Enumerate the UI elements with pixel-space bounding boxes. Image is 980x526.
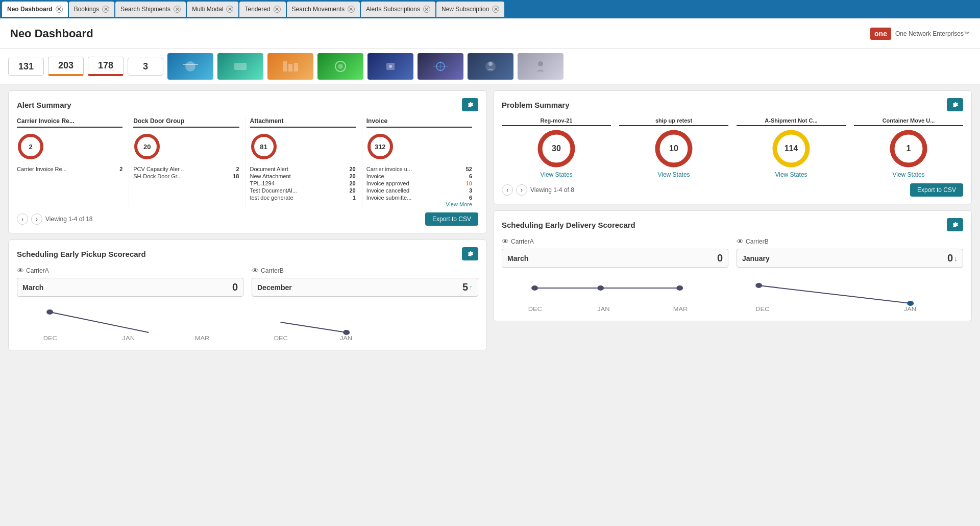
view-states-link-3[interactable]: View States: [775, 171, 807, 178]
item-count: 10: [466, 180, 472, 186]
problem-col-title-4: Container Move U...: [854, 117, 963, 126]
close-icon[interactable]: ✕: [102, 6, 109, 13]
thumbnail-6[interactable]: [418, 53, 463, 80]
svg-text:MAR: MAR: [673, 306, 688, 312]
svg-line-24: [50, 312, 149, 332]
list-item: Invoice submitte... 6: [366, 194, 472, 201]
item-label: TPL-1294: [250, 180, 275, 186]
dock-donut-row: 20: [133, 133, 239, 160]
prev-page-button[interactable]: ‹: [17, 213, 28, 225]
svg-rect-1: [183, 64, 198, 65]
tab-multi-modal[interactable]: Multi Modal ✕: [187, 2, 238, 17]
problem-value-4: 1: [906, 144, 911, 153]
thumbnail-4[interactable]: [317, 53, 363, 80]
item-label: SH-Dock Door Gr...: [133, 173, 182, 179]
item-label: test doc generate: [250, 195, 293, 201]
next-page-button[interactable]: ›: [516, 184, 527, 196]
item-count: 6: [469, 173, 472, 179]
right-column: Problem Summary Reg-mov-21 30: [493, 90, 972, 350]
item-label: Carrier Invoice Re...: [17, 166, 67, 172]
alert-summary-card: Alert Summary Carrier Invoice Re...: [8, 90, 487, 233]
carrier-a-name: CarrierA: [26, 267, 49, 274]
stat-box-131[interactable]: 131: [8, 58, 44, 76]
alert-col-title-invoice: Invoice: [366, 117, 472, 128]
problem-summary-card: Problem Summary Reg-mov-21 30: [493, 90, 972, 204]
item-label: New Attachment: [250, 173, 291, 179]
tab-alerts-subscriptions[interactable]: Alerts Subscriptions ✕: [361, 2, 435, 17]
viewing-text: Viewing 1-4 of 8: [530, 186, 574, 194]
item-label: Test DocumentAl...: [250, 187, 297, 194]
svg-text:JAN: JAN: [904, 306, 916, 312]
list-item: SH-Dock Door Gr... 18: [133, 173, 239, 180]
pickup-settings-button[interactable]: [462, 247, 478, 260]
alert-settings-button[interactable]: [462, 98, 478, 111]
item-label: Invoice approved: [366, 180, 409, 186]
svg-point-25: [46, 309, 53, 315]
thumbnail-1[interactable]: [167, 53, 213, 80]
close-icon[interactable]: ✕: [492, 6, 499, 13]
thumbnail-7[interactable]: [468, 53, 513, 80]
left-column: Alert Summary Carrier Invoice Re...: [8, 90, 487, 350]
svg-rect-2: [234, 63, 247, 70]
carrier-b-name: CarrierB: [261, 267, 284, 274]
view-more-link[interactable]: View More: [366, 201, 472, 207]
close-icon[interactable]: ✕: [226, 6, 233, 13]
close-icon[interactable]: ✕: [56, 6, 63, 13]
pickup-scorecard-title: Scheduling Early Pickup Scorecard: [17, 250, 146, 258]
thumbnail-3[interactable]: [267, 53, 313, 80]
delivery-settings-button[interactable]: [947, 218, 963, 231]
list-item: Document Alert 20: [250, 165, 356, 173]
eye-icon: 👁: [252, 267, 259, 275]
attachment-donut: 81: [250, 133, 278, 160]
delivery-carrier-a-value: 0: [717, 252, 723, 264]
problem-columns: Reg-mov-21 30 View States ship up retest: [502, 117, 963, 178]
thumbnail-5[interactable]: [368, 53, 413, 80]
problem-col-1: Reg-mov-21 30 View States: [502, 117, 611, 178]
item-count: 20: [350, 166, 356, 172]
invoice-donut-number: 312: [375, 143, 386, 151]
problem-summary-title: Problem Summary: [502, 101, 570, 109]
close-icon[interactable]: ✕: [274, 6, 281, 13]
list-item: test doc generate 1: [250, 194, 356, 201]
close-icon[interactable]: ✕: [174, 6, 181, 13]
tab-label: Neo Dashboard: [7, 6, 53, 13]
thumbnail-2[interactable]: [217, 53, 263, 80]
item-label: Invoice cancelled: [366, 187, 409, 194]
delivery-carrier-b-month: January: [742, 254, 770, 262]
stat-box-3[interactable]: 3: [128, 58, 163, 76]
tab-neo-dashboard[interactable]: Neo Dashboard ✕: [2, 2, 68, 17]
svg-point-0: [185, 61, 195, 71]
problem-donut-3: 114: [771, 128, 812, 169]
tab-search-shipments[interactable]: Search Shipments ✕: [115, 2, 186, 17]
item-count: 20: [350, 173, 356, 179]
prev-page-button[interactable]: ‹: [502, 184, 513, 196]
view-states-link-4[interactable]: View States: [892, 171, 924, 178]
export-csv-button[interactable]: Export to CSV: [910, 183, 963, 197]
pickup-scorecard-card: Scheduling Early Pickup Scorecard 👁 Carr…: [8, 240, 487, 350]
stat-box-203[interactable]: 203: [48, 57, 84, 76]
carrier-b-month: December: [257, 283, 292, 292]
tab-label: Multi Modal: [192, 6, 223, 13]
problem-value-2: 10: [669, 144, 678, 153]
tab-search-movements[interactable]: Search Movements ✕: [287, 2, 360, 17]
tab-new-subscription[interactable]: New Subscription ✕: [436, 2, 504, 17]
stat-box-178[interactable]: 178: [88, 57, 124, 76]
problem-settings-button[interactable]: [947, 98, 963, 111]
tab-tendered[interactable]: Tendered ✕: [239, 2, 285, 17]
view-states-link-1[interactable]: View States: [540, 171, 572, 178]
svg-rect-3: [283, 61, 287, 71]
thumbnail-8[interactable]: [518, 53, 564, 80]
close-icon[interactable]: ✕: [348, 6, 355, 13]
svg-text:JAN: JAN: [597, 306, 609, 312]
header: Neo Dashboard one One Network Enterprise…: [0, 18, 980, 49]
eye-icon: 👁: [17, 267, 24, 275]
list-item: Carrier Invoice Re... 2: [17, 165, 122, 173]
view-states-link-2[interactable]: View States: [657, 171, 690, 178]
next-page-button[interactable]: ›: [31, 213, 42, 225]
tab-bookings[interactable]: Bookings ✕: [69, 2, 114, 17]
export-csv-button[interactable]: Export to CSV: [425, 212, 478, 226]
tab-label: Alerts Subscriptions: [366, 6, 420, 13]
pickup-carrier-b: 👁 CarrierB December 5 ↑: [252, 267, 478, 297]
problem-col-title-1: Reg-mov-21: [502, 117, 611, 126]
close-icon[interactable]: ✕: [423, 6, 430, 13]
